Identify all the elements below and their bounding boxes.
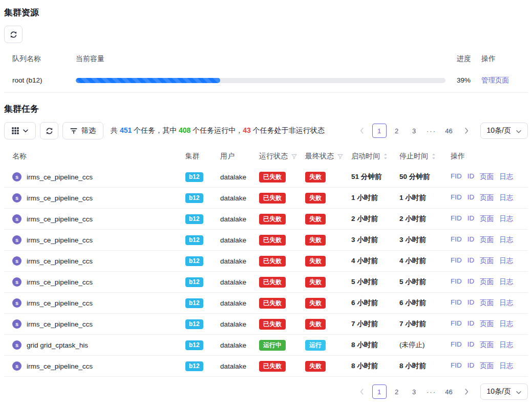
task-name: irms_ce_pipeline_ccs: [27, 215, 93, 223]
task-name: irms_ce_pipeline_ccs: [27, 362, 93, 370]
task-name-cell: s irms_ce_pipeline_ccs: [12, 256, 185, 266]
row-action-log[interactable]: 日志: [499, 361, 513, 371]
row-action-id[interactable]: ID: [467, 256, 475, 266]
row-action-page[interactable]: 页面: [480, 277, 494, 287]
cluster-badge: b12: [185, 298, 203, 308]
row-action-log[interactable]: 日志: [499, 277, 513, 287]
spark-avatar-icon: s: [12, 193, 22, 202]
row-action-page[interactable]: 页面: [480, 172, 494, 181]
start-time: 2 小时前: [351, 214, 399, 224]
page-root: 集群资源 队列名称 当前容量 进度 操作 root (b12) 39%: [0, 0, 532, 400]
task-name-cell: s irms_ce_pipeline_ccs: [12, 319, 185, 329]
pagination-page-3[interactable]: 3: [407, 124, 421, 138]
pagination-prev[interactable]: [355, 124, 369, 138]
sort-icon[interactable]: [384, 153, 388, 159]
run-status-badge: 已失败: [259, 235, 286, 246]
pagination-page-46[interactable]: 46: [442, 384, 456, 399]
spark-avatar-icon: s: [12, 298, 22, 308]
row-action-page[interactable]: 页面: [480, 235, 494, 245]
tasks-refresh-button[interactable]: [40, 122, 58, 139]
refresh-icon: [10, 31, 17, 38]
pagination-page-2[interactable]: 2: [390, 124, 404, 138]
column-header-user: 用户: [220, 152, 259, 161]
stop-time: 1 小时前: [399, 193, 451, 202]
final-status-badge: 失败: [305, 298, 326, 309]
chevron-down-icon: [516, 127, 521, 135]
pagination-page-2[interactable]: 2: [390, 384, 404, 399]
task-name-cell: s grid grid_cptask_his: [12, 340, 185, 350]
row-action-fid[interactable]: FID: [451, 361, 462, 371]
row-action-log[interactable]: 日志: [499, 193, 513, 202]
row-action-fid[interactable]: FID: [451, 172, 462, 181]
pagination-next[interactable]: [459, 124, 474, 138]
spark-avatar-icon: s: [12, 277, 22, 287]
row-actions: FIDID页面日志: [451, 277, 528, 287]
filter-icon[interactable]: [337, 154, 343, 159]
row-action-page[interactable]: 页面: [480, 193, 494, 202]
row-action-fid[interactable]: FID: [451, 235, 462, 245]
row-action-fid[interactable]: FID: [451, 298, 462, 308]
row-action-log[interactable]: 日志: [499, 214, 513, 224]
row-action-log[interactable]: 日志: [499, 298, 513, 308]
row-action-id[interactable]: ID: [467, 361, 475, 371]
run-status-badge: 已失败: [259, 193, 286, 204]
resources-refresh-button[interactable]: [4, 26, 23, 43]
row-action-page[interactable]: 页面: [480, 214, 494, 224]
pagination-ellipsis[interactable]: ···: [424, 124, 439, 138]
pagination-page-3[interactable]: 3: [407, 384, 421, 399]
chevron-down-icon: [516, 388, 521, 396]
row-action-log[interactable]: 日志: [499, 256, 513, 266]
row-action-page[interactable]: 页面: [480, 256, 494, 266]
row-action-log[interactable]: 日志: [499, 319, 513, 329]
row-action-fid[interactable]: FID: [451, 319, 462, 329]
pagination-page-46[interactable]: 46: [442, 124, 456, 138]
manage-page-link[interactable]: 管理页面: [481, 76, 509, 84]
row-action-fid[interactable]: FID: [451, 256, 462, 266]
row-action-fid[interactable]: FID: [451, 340, 462, 350]
row-action-id[interactable]: ID: [467, 298, 475, 308]
row-action-page[interactable]: 页面: [480, 319, 494, 329]
row-action-id[interactable]: ID: [467, 214, 475, 224]
pagination-page-1[interactable]: 1: [372, 384, 387, 399]
row-action-id[interactable]: ID: [467, 172, 475, 181]
row-action-fid[interactable]: FID: [451, 193, 462, 202]
row-action-log[interactable]: 日志: [499, 235, 513, 245]
table-row: s irms_ce_pipeline_ccs b12 datalake 已失败 …: [4, 230, 528, 251]
page-size-select[interactable]: 10条/页: [480, 123, 528, 139]
row-action-id[interactable]: ID: [467, 319, 475, 329]
pagination-next[interactable]: [459, 384, 474, 399]
resources-table-header: 队列名称 当前容量 进度 操作: [4, 50, 528, 68]
task-name: grid grid_cptask_his: [27, 341, 88, 349]
table-row: s irms_ce_pipeline_ccs b12 datalake 已失败 …: [4, 356, 528, 377]
row-action-page[interactable]: 页面: [480, 361, 494, 371]
view-switch-button[interactable]: [4, 122, 36, 139]
page-size-select[interactable]: 10条/页: [480, 383, 528, 400]
pagination-page-1[interactable]: 1: [372, 124, 387, 138]
pagination-prev[interactable]: [355, 384, 369, 399]
start-time: 3 小时前: [351, 235, 399, 245]
column-header-name: 名称: [12, 152, 185, 161]
row-action-id[interactable]: ID: [467, 235, 475, 245]
filter-icon[interactable]: [291, 154, 297, 159]
filter-button[interactable]: 筛选: [62, 122, 103, 139]
row-actions: FIDID页面日志: [451, 256, 528, 266]
row-action-fid[interactable]: FID: [451, 277, 462, 287]
row-action-fid[interactable]: FID: [451, 214, 462, 224]
column-label: 运行状态: [259, 152, 288, 161]
pagination-ellipsis[interactable]: ···: [424, 384, 439, 399]
run-status-badge: 已失败: [259, 319, 286, 330]
row-action-log[interactable]: 日志: [499, 172, 513, 181]
row-action-id[interactable]: ID: [467, 340, 475, 350]
task-name: irms_ce_pipeline_ccs: [27, 194, 93, 202]
row-action-id[interactable]: ID: [467, 193, 475, 202]
sort-icon[interactable]: [432, 153, 436, 159]
pagination-top: 123···4610条/页: [353, 123, 528, 139]
row-action-id[interactable]: ID: [467, 277, 475, 287]
row-action-log[interactable]: 日志: [499, 340, 513, 350]
final-status-badge: 失败: [305, 319, 326, 330]
run-status-badge: 已失败: [259, 361, 286, 372]
summary-segment: 个任务处于非运行状态: [251, 126, 325, 134]
spark-avatar-icon: s: [12, 340, 22, 350]
row-action-page[interactable]: 页面: [480, 298, 494, 308]
row-action-page[interactable]: 页面: [480, 340, 494, 350]
